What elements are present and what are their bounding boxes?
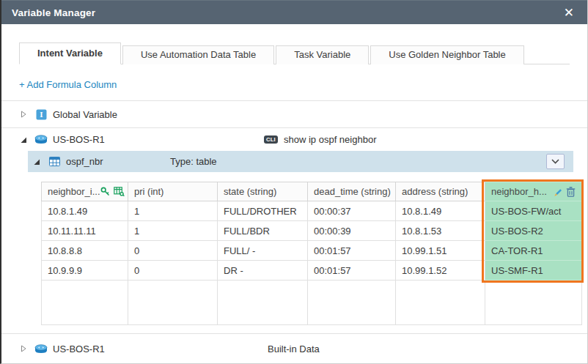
cell: 0 [128, 241, 218, 261]
column-header-state[interactable]: state (string) [218, 182, 308, 201]
column-header-neighbor-hostname[interactable]: neighbor_h... [485, 182, 582, 201]
key-icon[interactable] [100, 187, 110, 196]
dialog-titlebar: Variable Manager ✕ [1, 0, 587, 24]
tab-bar: Intent Variable Use Automation Data Tabl… [19, 42, 570, 64]
svg-text:I: I [40, 110, 43, 119]
tab-intent-variable[interactable]: Intent Variable [19, 42, 121, 64]
table-row: 10.9.9.9 0 DR - 00:01:57 10.99.1.52 US-S… [42, 261, 582, 281]
cell: 1 [128, 221, 218, 241]
highlighted-cell: US-BOS-R2 [485, 221, 582, 241]
column-header-neighbor-ip[interactable]: neighbor_i... [42, 182, 128, 201]
add-formula-column-link[interactable]: + Add Formula Column [19, 79, 117, 90]
table-key-icon[interactable] [114, 187, 125, 196]
column-header-address[interactable]: address (string) [396, 182, 485, 201]
variable-manager-dialog: Variable Manager ✕ Intent Variable Use A… [0, 0, 588, 364]
tree-item-variable-ospf-nbr[interactable]: ospf_nbr Type: table [28, 151, 573, 172]
toolbar-row: + Add Formula Column [1, 64, 587, 100]
column-header-pri[interactable]: pri (int) [128, 182, 218, 201]
chevron-down-icon [551, 159, 559, 164]
tab-use-automation-data-table[interactable]: Use Automation Data Table [122, 45, 274, 64]
cell: 00:00:39 [308, 221, 396, 241]
cell: 10.99.1.51 [396, 241, 485, 261]
tree-item-label: US-BOS-R1 [53, 343, 105, 354]
cli-command-text: show ip ospf neighbor [284, 134, 376, 145]
table-header-row: neighbor_i... [42, 182, 582, 201]
cell: 00:00:37 [308, 201, 396, 221]
tree-item-label: US-BOS-R1 [53, 134, 105, 145]
edit-pencil-icon[interactable] [552, 187, 562, 197]
table-row: 10.11.11.11 1 FULL/BDR 00:00:39 10.8.1.5… [42, 221, 582, 241]
variable-type-label: Type: table [170, 156, 217, 167]
collapse-arrow-icon[interactable] [19, 345, 28, 352]
tree-item-global-variable[interactable]: I Global Variable [1, 101, 587, 127]
cell: 00:01:57 [308, 241, 396, 261]
collapse-arrow-icon[interactable] [19, 111, 28, 118]
column-header-label: neighbor_h... [491, 186, 547, 197]
tree-item-label: Global Variable [53, 109, 117, 120]
table-empty-area [42, 281, 582, 325]
cell: 10.8.1.49 [42, 201, 128, 221]
cell: FULL/DROTHER [218, 201, 308, 221]
dialog-title: Variable Manager [12, 7, 95, 18]
highlighted-cell: CA-TOR-R1 [485, 241, 582, 261]
cell: 10.8.1.49 [396, 201, 485, 221]
cell: 1 [128, 201, 218, 221]
table-row: 10.8.8.8 0 FULL/ - 00:01:57 10.99.1.51 C… [42, 241, 582, 261]
cell: DR - [218, 261, 308, 281]
cell: 10.8.1.53 [396, 221, 485, 241]
cell: 10.8.8.8 [42, 241, 128, 261]
tab-task-variable[interactable]: Task Variable [276, 45, 369, 64]
variable-name: ospf_nbr [66, 156, 103, 167]
cli-badge: CLI [264, 135, 278, 144]
table-row: 10.8.1.49 1 FULL/DROTHER 00:00:37 10.8.1… [42, 201, 582, 221]
highlighted-cell: US-SMF-R1 [485, 261, 582, 281]
device-command: CLI show ip ospf neighbor [264, 134, 376, 145]
cell: FULL/ - [218, 241, 308, 261]
tab-use-golden-neighbor-table[interactable]: Use Golden Neighbor Table [370, 45, 523, 64]
builtin-data-label: Built-in Data [268, 343, 320, 354]
column-header-label: neighbor_i... [48, 186, 100, 197]
cell: 0 [128, 261, 218, 281]
cell: FULL/BDR [218, 221, 308, 241]
delete-trash-icon[interactable] [566, 187, 576, 197]
expand-arrow-icon[interactable] [32, 158, 41, 166]
tree-item-device[interactable]: US-BOS-R1 CLI show ip ospf neighbor [1, 128, 587, 151]
highlighted-cell: US-BOS-FW/act [485, 201, 582, 221]
expand-arrow-icon[interactable] [19, 136, 28, 144]
global-variable-icon: I [34, 109, 48, 120]
table-icon [47, 157, 62, 166]
close-icon[interactable]: ✕ [561, 5, 577, 21]
router-icon [34, 344, 48, 354]
dropdown-button[interactable] [546, 154, 565, 169]
cell: 10.9.9.9 [42, 261, 128, 281]
column-header-dead-time[interactable]: dead_time (string) [308, 182, 396, 201]
tree-item-device-builtin[interactable]: US-BOS-R1 Built-in Data [1, 334, 587, 363]
cell: 00:01:57 [308, 261, 396, 281]
cell: 10.11.11.11 [42, 221, 128, 241]
cell: 10.99.1.52 [396, 261, 485, 281]
ospf-neighbor-table: neighbor_i... [41, 182, 581, 325]
router-icon [34, 135, 48, 144]
